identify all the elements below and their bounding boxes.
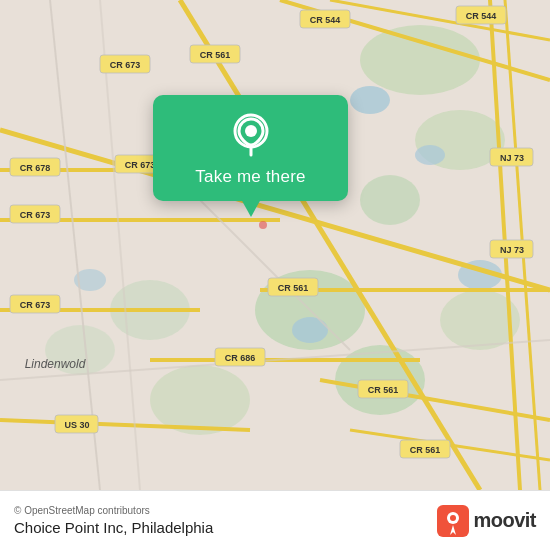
svg-text:CR 673: CR 673: [110, 60, 141, 70]
svg-point-1: [360, 25, 480, 95]
footer: © OpenStreetMap contributors Choice Poin…: [0, 490, 550, 550]
moovit-logo[interactable]: moovit: [437, 505, 536, 537]
svg-text:CR 561: CR 561: [368, 385, 399, 395]
map-container: CR 544 CR 544 CR 561 CR 673 CR 673 CR 67…: [0, 0, 550, 490]
svg-point-10: [350, 86, 390, 114]
svg-text:CR 561: CR 561: [200, 50, 231, 60]
svg-text:NJ 73: NJ 73: [500, 245, 524, 255]
svg-text:CR 561: CR 561: [410, 445, 441, 455]
svg-point-64: [259, 221, 267, 229]
moovit-pin-icon: [437, 505, 469, 537]
svg-text:CR 544: CR 544: [466, 11, 497, 21]
map-tooltip[interactable]: Take me there: [153, 95, 348, 201]
svg-text:NJ 73: NJ 73: [500, 153, 524, 163]
map-svg: CR 544 CR 544 CR 561 CR 673 CR 673 CR 67…: [0, 0, 550, 490]
svg-point-12: [292, 317, 328, 343]
svg-text:CR 673: CR 673: [125, 160, 156, 170]
take-me-there-button[interactable]: Take me there: [195, 167, 305, 187]
svg-text:CR 544: CR 544: [310, 15, 341, 25]
svg-text:CR 673: CR 673: [20, 300, 51, 310]
moovit-brand-text: moovit: [473, 509, 536, 532]
svg-point-69: [450, 515, 456, 521]
svg-text:Lindenwold: Lindenwold: [25, 357, 86, 371]
location-pin-icon: [229, 113, 273, 157]
copyright-text: © OpenStreetMap contributors: [14, 505, 437, 516]
location-title: Choice Point Inc, Philadelphia: [14, 519, 437, 536]
svg-point-3: [360, 175, 420, 225]
svg-text:CR 673: CR 673: [20, 210, 51, 220]
svg-point-11: [415, 145, 445, 165]
footer-text-block: © OpenStreetMap contributors Choice Poin…: [14, 505, 437, 536]
svg-point-66: [245, 125, 257, 137]
svg-point-7: [150, 365, 250, 435]
svg-text:CR 561: CR 561: [278, 283, 309, 293]
svg-text:US 30: US 30: [64, 420, 89, 430]
svg-text:CR 686: CR 686: [225, 353, 256, 363]
svg-text:CR 678: CR 678: [20, 163, 51, 173]
